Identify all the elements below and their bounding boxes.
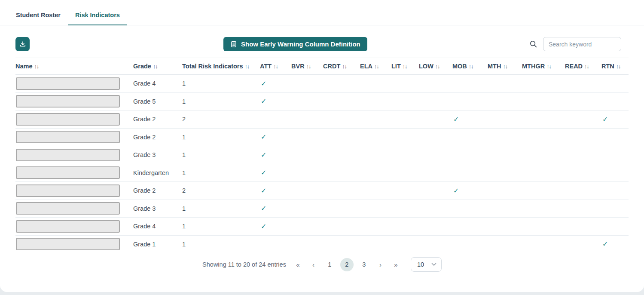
column-header-mob[interactable]: MOB↑↓ [452, 58, 488, 75]
indicator-cell-rtn [601, 75, 629, 93]
column-header-crdt[interactable]: CRDT↑↓ [323, 58, 360, 75]
indicator-cell-lit [391, 75, 419, 93]
indicator-cell-crdt [323, 235, 360, 253]
column-header-total[interactable]: Total Risk Indicators↑↓ [182, 58, 260, 75]
table-row: Grade 41✓ [15, 218, 629, 236]
show-early-warning-column-definition-button[interactable]: Show Early Warning Column Definition [223, 37, 367, 51]
page-button-3[interactable]: 3 [357, 258, 371, 271]
indicator-cell-mth [488, 235, 522, 253]
indicator-cell-lit [391, 111, 419, 129]
indicator-cell-att: ✓ [260, 164, 291, 182]
indicator-cell-mthgr [522, 92, 565, 111]
indicator-cell-crdt [323, 75, 360, 93]
column-header-ela[interactable]: ELA↑↓ [360, 58, 391, 75]
download-button[interactable] [15, 37, 30, 51]
indicator-cell-read [565, 182, 601, 200]
indicator-cell-mth [488, 200, 522, 218]
sort-icon: ↑↓ [584, 64, 589, 70]
prev-page-button[interactable]: ‹ [308, 258, 319, 271]
last-page-button[interactable]: » [390, 258, 402, 271]
indicator-cell-low [419, 218, 452, 236]
indicator-cell-ela [360, 164, 391, 182]
indicator-cell-crdt [323, 182, 360, 200]
entries-summary: Showing 11 to 20 of 24 entries [202, 261, 286, 268]
next-page-button[interactable]: › [375, 258, 386, 271]
tab-bar: Student RosterRisk Indicators [0, 0, 644, 25]
indicator-cell-bvr [291, 182, 323, 200]
table-header-row: Name↑↓Grade↑↓Total Risk Indicators↑↓ATT↑… [15, 58, 629, 75]
indicator-cell-lit [391, 200, 419, 218]
total-risk-indicators-cell: 1 [182, 75, 260, 93]
column-header-bvr[interactable]: BVR↑↓ [291, 58, 323, 75]
redacted-name-box [16, 238, 120, 250]
indicator-cell-low [419, 200, 452, 218]
sort-icon: ↑↓ [273, 64, 278, 70]
sort-icon: ↑↓ [546, 64, 551, 70]
indicator-cell-mth [488, 182, 522, 200]
column-header-att[interactable]: ATT↑↓ [260, 58, 291, 75]
page-size-select[interactable]: 10 [411, 257, 442, 272]
total-risk-indicators-cell: 1 [182, 164, 260, 182]
name-cell [15, 218, 133, 236]
column-header-mthgr[interactable]: MTHGR↑↓ [522, 58, 565, 75]
tab-risk-indicators[interactable]: Risk Indicators [68, 9, 127, 25]
indicator-cell-rtn [601, 218, 629, 236]
indicator-cell-crdt [323, 200, 360, 218]
column-header-mth[interactable]: MTH↑↓ [488, 58, 522, 75]
column-header-read[interactable]: READ↑↓ [565, 58, 601, 75]
first-page-button[interactable]: « [292, 258, 304, 271]
check-icon: ✓ [452, 116, 459, 123]
column-header-rtn[interactable]: RTN↑↓ [601, 58, 629, 75]
column-header-name[interactable]: Name↑↓ [15, 58, 133, 75]
name-cell [15, 111, 133, 129]
indicator-cell-mth [488, 218, 522, 236]
tab-student-roster[interactable]: Student Roster [9, 9, 68, 25]
indicator-cell-bvr [291, 164, 323, 182]
redacted-name-box [16, 184, 120, 197]
search-input[interactable] [543, 37, 621, 51]
toolbar: Show Early Warning Column Definition [0, 25, 644, 54]
table-row: Grade 22✓✓ [15, 111, 629, 129]
page-button-1[interactable]: 1 [323, 258, 336, 271]
page-size-value: 10 [417, 261, 424, 268]
check-icon: ✓ [260, 187, 266, 194]
table-row: Grade 41✓ [15, 75, 629, 93]
indicator-cell-low [419, 146, 452, 164]
indicator-cell-low [419, 164, 452, 182]
check-icon: ✓ [260, 151, 266, 159]
indicator-cell-att: ✓ [260, 75, 291, 93]
indicator-cell-read [565, 200, 601, 218]
page-button-2[interactable]: 2 [340, 258, 354, 271]
indicator-cell-mob [452, 146, 488, 164]
indicator-cell-rtn [601, 182, 629, 200]
indicator-cell-mth [488, 75, 522, 93]
indicator-cell-rtn [601, 92, 629, 111]
indicator-cell-read [565, 75, 601, 93]
grade-cell: Grade 4 [133, 218, 182, 236]
name-cell [15, 182, 133, 200]
check-icon: ✓ [260, 133, 266, 141]
indicator-cell-ela [360, 182, 391, 200]
indicator-cell-bvr [291, 146, 323, 164]
indicator-cell-mob [452, 128, 488, 146]
name-cell [15, 164, 133, 182]
redacted-name-box [16, 77, 120, 90]
sort-icon: ↑↓ [153, 64, 158, 70]
indicator-cell-crdt [323, 92, 360, 111]
risk-indicators-table: Name↑↓Grade↑↓Total Risk Indicators↑↓ATT↑… [15, 58, 629, 253]
indicator-cell-crdt [323, 164, 360, 182]
total-risk-indicators-cell: 2 [182, 111, 260, 129]
indicator-cell-mthgr [522, 200, 565, 218]
column-header-lit[interactable]: LIT↑↓ [391, 58, 419, 75]
indicator-cell-lit [391, 164, 419, 182]
column-header-low[interactable]: LOW↑↓ [419, 58, 452, 75]
column-header-grade[interactable]: Grade↑↓ [133, 58, 182, 75]
search-area [529, 37, 621, 51]
table-row: Grade 22✓✓ [15, 182, 629, 200]
content-card: Student RosterRisk Indicators Show Early… [0, 0, 644, 292]
sort-icon: ↑↓ [34, 64, 39, 70]
indicator-cell-att: ✓ [260, 128, 291, 146]
indicator-cell-bvr [291, 218, 323, 236]
table-row: Grade 31✓ [15, 200, 629, 218]
check-icon: ✓ [601, 116, 608, 123]
